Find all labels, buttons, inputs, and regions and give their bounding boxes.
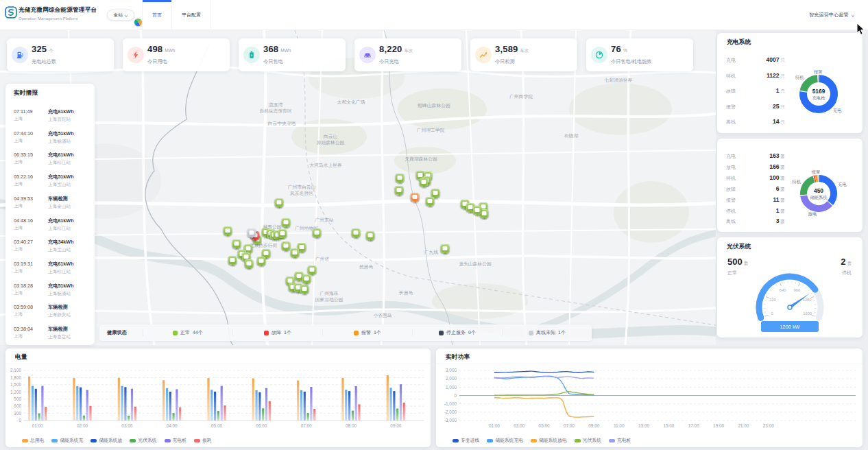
stat-card-today-inspections: 3,589车次 今日检测 [470,38,577,71]
legend-chip [91,439,97,442]
legend-item[interactable]: 光伏系统 [130,437,156,444]
stat-card-efficiency: 76% 今日售电/耗电能效 [586,38,693,71]
user-menu[interactable]: 智光运营中心超管 ∨ [809,0,854,30]
stat-value: 498 [147,44,162,54]
station-marker-normal[interactable] [352,228,361,237]
stat-label: 今日充电 [379,58,399,65]
legend-item[interactable]: 充电桩 [609,437,631,444]
broadcast-item: 07:11:49上海充电61kWh上海普陀站 [14,108,89,128]
svg-text:19:00: 19:00 [713,423,724,428]
svg-text:09:00: 09:00 [390,423,401,428]
stat-value: 325 [32,44,47,54]
legend-item[interactable]: 光伏系统 [575,437,601,444]
station-pin-icon [395,186,404,195]
legend-item[interactable]: 储能系统放 [91,437,122,444]
svg-text:01:00: 01:00 [489,423,500,428]
station-pin-icon [257,257,266,265]
status-row-value: 100 [769,174,779,181]
broadcast-station: 上海松江站 [48,160,89,166]
broadcast-list[interactable]: 07:11:49上海充电61kWh上海普陀站07:44:10上海充电51kWh上… [5,104,95,345]
station-marker-normal[interactable] [426,197,435,206]
legend-item[interactable]: 充电桩 [165,437,186,444]
legend-label: 储能系统充电 [495,437,523,444]
svg-text:05:00: 05:00 [211,423,222,428]
station-marker-normal[interactable] [473,206,482,215]
station-marker-normal[interactable] [245,259,254,268]
legend-label: 总用电 [30,437,44,444]
health-legend-item: 故障1个 [232,329,322,336]
broadcast-item: 03:38:04上海车辆检测上海嘉定站 [14,326,89,345]
legend-chip [22,439,28,442]
station-marker-normal[interactable] [395,186,404,195]
station-marker-normal[interactable] [257,257,266,265]
pv-gauge-chart: 032064096012801600 [717,268,863,321]
station-marker-normal[interactable] [278,229,287,238]
pv-normal-value: 500 [727,257,743,267]
svg-text:充电: 充电 [833,108,842,113]
svg-text:报警: 报警 [813,69,823,75]
legend-item[interactable]: 储能系统充 [51,437,83,444]
svg-text:300: 300 [14,411,21,416]
legend-item[interactable]: 储能系统充电 [487,437,523,444]
station-marker-normal[interactable] [313,228,322,237]
legend-item[interactable]: 储能系统放电 [531,437,567,444]
broadcast-item: 06:35:15上海充电61kWh上海松江站 [14,152,89,171]
status-row: 报警11套 [726,196,785,204]
tab-platform-config[interactable]: 平台配置 [172,0,211,30]
broadcast-region: 上海 [14,290,45,296]
station-marker-normal[interactable] [302,274,311,283]
svg-text:05:00: 05:00 [539,423,550,428]
broadcast-event: 充电61kWh [48,261,89,268]
legend-item[interactable]: 总用电 [22,437,44,444]
charging-system-panel: 充电系统 充电4007只待机1122只故障1只报警25只离线14只 充电待机报警… [717,33,863,133]
station-marker-normal[interactable] [441,244,450,253]
station-selector[interactable]: 全站 ∨ [107,10,134,21]
tab-home[interactable]: 首页 [142,0,172,30]
battery-icon [243,47,260,63]
status-row-value: 163 [769,152,779,159]
broadcast-region: 上海 [14,268,45,274]
status-row: 充电4007只 [726,56,785,64]
legend-chip [51,439,58,442]
station-marker-normal[interactable] [396,174,405,182]
charging-system-title: 充电系统 [727,38,751,47]
station-marker-normal[interactable] [224,226,232,235]
charging-donut-chart: 充电待机报警5169充电枪 [782,57,859,131]
health-legend-label: 停止服务 [446,329,466,336]
stat-value: 3,589 [495,44,518,54]
stat-value: 368 [263,44,278,54]
station-marker-normal[interactable] [291,248,300,257]
station-marker-alarm[interactable] [411,193,420,202]
svg-text:03:00: 03:00 [121,423,132,428]
svg-text:5169: 5169 [812,88,825,95]
station-marker-normal[interactable] [308,265,317,274]
station-marker-normal[interactable] [282,218,291,227]
legend-item[interactable]: 专变进线 [453,437,479,444]
status-row-label: 放电 [726,164,736,171]
station-marker-normal[interactable] [228,256,237,265]
legend-item[interactable]: 损耗 [194,437,212,444]
svg-text:01:00: 01:00 [32,423,43,428]
station-marker-normal[interactable] [232,239,241,248]
broadcast-time: 03:19:31 [14,261,45,267]
map-canvas[interactable]: 流溪湾 自然生态保育区白云中央湿地太和文化广场帽峰山森林公园广州商学院七彩漂游世… [0,30,716,345]
station-pin-icon [352,228,361,237]
station-marker-unknown[interactable] [248,228,256,237]
station-marker-normal[interactable] [366,231,375,240]
stat-card-today-charges: 8,220车次 今日充电 [354,38,461,71]
station-marker-normal[interactable] [420,178,429,187]
station-marker-normal[interactable] [275,198,284,207]
electricity-chart-card: 电量 03006009001,2001,5001,8002,10001:0002… [5,348,431,447]
station-pin-icon [282,241,291,250]
broadcast-event: 车辆检测 [48,304,89,311]
broadcast-station: 上海嘉定站 [48,334,89,340]
broadcast-station: 上海杨浦站 [48,291,89,297]
status-row-label: 待机 [726,73,736,80]
station-pin-icon [278,229,287,238]
station-marker-normal[interactable] [282,241,291,250]
trend-icon [475,47,492,63]
status-row-value: 14 [773,118,780,125]
station-pin-icon [420,178,429,187]
broadcast-event: 充电51kWh [48,174,89,180]
car-icon [359,47,376,63]
